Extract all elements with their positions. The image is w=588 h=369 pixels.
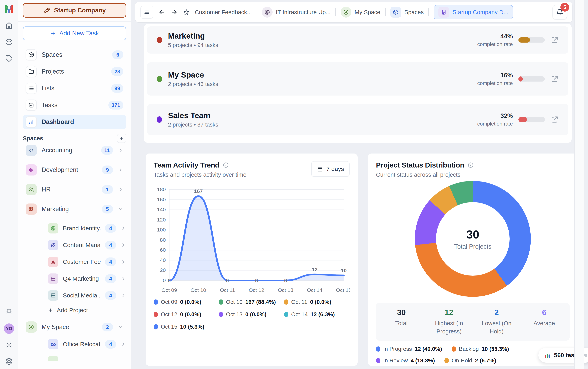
chevron-right-icon[interactable] [118,187,123,192]
chevron-down-icon[interactable] [118,206,123,212]
group-name: Marketing [168,31,218,40]
help-lifebuoy-icon[interactable] [5,357,13,365]
forward-arrow-icon[interactable] [170,8,178,16]
count-badge: 4 [105,241,116,249]
svg-text:100: 100 [157,227,166,233]
tab-spaces[interactable]: Spaces [390,7,424,18]
external-link-icon[interactable] [550,115,559,124]
compass-leaf-icon [26,321,37,333]
sidebar-item-projects[interactable]: Projects 28 [23,64,126,79]
status-donut-chart: 30 Total Projects [415,181,531,297]
legend-item: Oct 130 (0.0%) [219,311,284,318]
svg-text:180: 180 [157,187,166,192]
tag-icon[interactable] [5,54,13,62]
legend-dot [219,299,223,305]
chevron-right-icon[interactable] [121,341,126,347]
project-item-customer-feedback[interactable]: Customer Fee... 4 [48,255,126,269]
spaces-cube-icon[interactable] [5,38,13,46]
chevron-right-icon[interactable] [118,147,123,153]
sidebar-item-dashboard[interactable]: Dashboard [23,115,126,129]
tab-my-space[interactable]: My Space [341,7,380,18]
count-badge: 371 [108,101,123,110]
chevron-right-icon[interactable] [121,242,126,248]
add-space-button[interactable] [117,134,126,143]
folder-icon [26,66,37,77]
settings-gear-icon[interactable] [5,341,13,349]
sidebar-item-lists[interactable]: Lists 99 [23,81,126,96]
building-icon [438,7,449,18]
date-range-button[interactable]: 7 days [311,161,350,177]
group-color-dot [157,76,162,82]
count-badge: 28 [111,67,123,76]
count-badge: 1 [102,185,113,194]
tab-startup-company-dashboard[interactable]: Startup Company D... [434,5,513,19]
legend-item: Oct 110 (0.0%) [284,299,349,305]
people-icon [26,184,37,195]
add-new-task-button[interactable]: Add New Task [23,26,126,40]
external-link-icon[interactable] [550,36,559,44]
project-item-office-relocation[interactable]: ∞ Office Relocat... 4 [48,337,126,351]
back-arrow-icon[interactable] [158,8,166,16]
group-card-my-space[interactable]: My Space 2 projects • 43 tasks 16% compl… [147,62,568,96]
sidebar-item-spaces[interactable]: Spaces 6 [23,48,126,62]
globe-icon [48,223,58,234]
user-avatar[interactable]: YO [4,323,14,334]
info-icon[interactable] [467,162,474,168]
legend-item: Oct 1510 (5.3%) [154,324,219,330]
flower-icon [26,164,37,175]
info-icon[interactable] [223,162,229,168]
space-item-accounting[interactable]: Accounting 11 [23,143,126,158]
divider [257,8,257,16]
icon-rail: M YO [0,0,18,369]
legend-dot [219,312,223,317]
project-item-partial[interactable] [48,354,126,361]
chevron-right-icon[interactable] [121,226,126,231]
mini-bar-chart-icon [544,352,551,359]
chevron-down-icon[interactable] [118,324,123,330]
workspace-switcher-button[interactable]: Startup Company [23,3,126,18]
card-subtitle: Tasks and projects activity over time [154,172,246,178]
legend-dot [154,312,158,317]
count-badge: 11 [101,146,113,155]
stat-total: 30Total [378,308,425,335]
chevron-right-icon[interactable] [121,276,126,281]
project-item-brand-identity[interactable]: Brand Identity... 4 [48,221,126,236]
tab-it-infrastructure[interactable]: IT Infrastructure Up... [262,7,330,18]
project-item-social-media[interactable]: Social Media ... 4 [48,288,126,303]
favorite-star-icon[interactable] [183,9,190,16]
project-item-content-management[interactable]: Content Mana... 4 [48,238,126,252]
home-icon[interactable] [5,21,13,30]
calendar-icon [317,166,323,172]
atom-icon [26,204,37,215]
space-item-my-space[interactable]: My Space 2 [23,319,126,335]
notifications-bell-icon[interactable]: 5 [552,5,567,20]
space-item-marketing[interactable]: Marketing 5 [23,202,126,217]
space-item-development[interactable]: Development 9 [23,162,126,177]
legend-item: Oct 10167 (88.4%) [219,299,284,305]
project-item-q4-marketing[interactable]: Q4 Marketing ... 4 [48,271,126,286]
group-card-marketing[interactable]: Marketing 5 projects • 94 tasks 44% comp… [147,26,568,54]
group-card-sales-team[interactable]: Sales Team 2 projects • 37 tasks 32% com… [147,104,568,135]
theme-sun-icon[interactable] [5,307,13,315]
menu-hamburger-icon[interactable] [140,6,153,19]
add-project-button[interactable]: Add Project [48,304,126,316]
sidebar-item-tasks[interactable]: Tasks 371 [23,98,126,112]
chevron-right-icon[interactable] [121,259,126,265]
vertical-scrollbar[interactable] [574,0,584,369]
tab-customer-feedback[interactable]: Customer Feedback... [195,9,252,16]
stat-highest: 12Highest (In Progress) [425,308,473,335]
app-logo[interactable]: M [5,4,14,14]
divider [18,21,131,21]
svg-text:10: 10 [341,268,346,273]
external-link-icon[interactable] [550,75,559,83]
group-name: My Space [168,71,218,79]
chevron-right-icon[interactable] [118,167,123,173]
card-title: Project Status Distribution [376,161,464,169]
space-item-hr[interactable]: HR 1 [23,182,126,197]
chevron-right-icon[interactable] [121,293,126,298]
svg-text:Oct 15: Oct 15 [336,287,350,293]
total-projects-label: Total Projects [454,243,491,250]
list-icon [26,83,37,94]
svg-text:0: 0 [226,278,229,283]
server-icon [48,290,58,301]
